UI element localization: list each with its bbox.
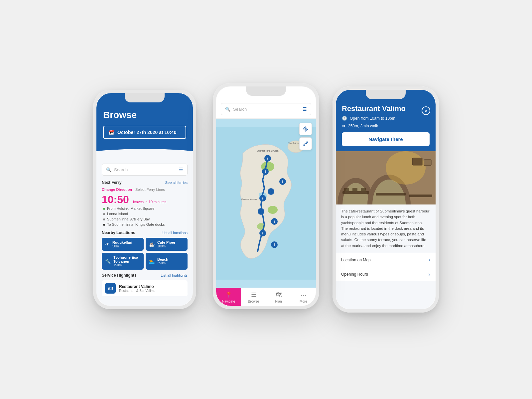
open-hours-row: 🕐 Open from 10am to 10pm bbox=[342, 116, 430, 121]
highlights-title: Service Highlights bbox=[102, 273, 137, 278]
ferry-time: 10:50 bbox=[102, 194, 129, 206]
nearby-name-3: Työhuone Esa Toivanen bbox=[113, 255, 140, 263]
stop-2: Lonna Island bbox=[102, 211, 188, 216]
date-box[interactable]: 📅 October 27th 2020 at 10:40 bbox=[103, 126, 186, 139]
phone-right-notch bbox=[366, 90, 406, 99]
search-bar[interactable]: 🔍 Search ☰ bbox=[102, 164, 188, 176]
highlights-section-header: Service Highlights List all highlights bbox=[102, 273, 188, 278]
chevron-right-icon-1: › bbox=[429, 257, 430, 263]
svg-point-2 bbox=[268, 206, 278, 214]
list-icon: ☰ bbox=[179, 167, 183, 172]
ferry-controls: Change Direction Select Ferry Lines bbox=[102, 188, 188, 192]
ferry-title: Next Ferry bbox=[102, 180, 121, 185]
nav-navigate-label: Navigate bbox=[222, 300, 235, 303]
svg-point-26 bbox=[305, 128, 307, 130]
chevron-right-icon-2: › bbox=[429, 271, 430, 277]
nearby-section-header: Nearby Locations List all locations bbox=[102, 230, 188, 235]
svg-text:i: i bbox=[270, 190, 271, 194]
stop-3: Suomenlinna, Artillery Bay bbox=[102, 216, 188, 222]
list-all-locations[interactable]: List all locations bbox=[162, 231, 188, 235]
svg-rect-41 bbox=[376, 193, 406, 196]
nearby-dist-2: 100m bbox=[157, 244, 175, 248]
change-direction-btn[interactable]: Change Direction bbox=[102, 188, 132, 192]
location-on-map-row[interactable]: Location on Map › bbox=[336, 253, 436, 267]
distance-text: 350m, 3min walk bbox=[348, 124, 378, 128]
open-hours-text: Open from 10am to 10pm bbox=[350, 116, 395, 121]
phone-left: Browse 📅 October 27th 2020 at 10:40 🔍 Se… bbox=[93, 90, 196, 309]
opening-hours-row[interactable]: Opening Hours › bbox=[336, 267, 436, 281]
svg-text:Customs Museum: Customs Museum bbox=[241, 198, 257, 200]
nav-browse[interactable]: ☰ Browse bbox=[241, 288, 266, 306]
svg-text:Suomenlinna Church: Suomenlinna Church bbox=[257, 150, 278, 152]
restaurant-content: The café-restaurant of Suomenlinna's gue… bbox=[336, 151, 436, 309]
stop-4: To Suomenlinna, King's Gate docks bbox=[102, 222, 188, 227]
restaurant-title: Restaurant Valimo bbox=[342, 104, 430, 113]
search-icon: 🔍 bbox=[106, 167, 111, 172]
nav-more[interactable]: ⋯ More bbox=[291, 288, 316, 306]
map-search-placeholder: Search bbox=[233, 107, 300, 112]
nearby-item-ruutikellari[interactable]: 👁 Ruutikellari50m bbox=[102, 238, 144, 251]
select-lines-btn[interactable]: Select Ferry Lines bbox=[135, 188, 165, 192]
nearby-item-beach[interactable]: 🏊 Beach250m bbox=[146, 253, 188, 270]
map-bottom-nav: 📍 Navigate ☰ Browse 🗺 Plan ⋯ More bbox=[216, 288, 316, 306]
nav-browse-label: Browse bbox=[248, 300, 259, 303]
svg-text:i: i bbox=[274, 243, 275, 247]
nearby-item-tyohuone[interactable]: 🔧 Työhuone Esa Toivanen150m bbox=[102, 253, 144, 270]
nav-plan[interactable]: 🗺 Plan bbox=[266, 288, 291, 306]
walk-icon: ➡ bbox=[342, 123, 345, 128]
svg-text:i: i bbox=[267, 156, 268, 160]
phone-center-screen: 🔍 Search ☰ bbox=[216, 86, 316, 306]
see-all-ferries[interactable]: See all ferries bbox=[165, 181, 188, 185]
map-body[interactable]: i i i i i i bbox=[216, 119, 316, 288]
svg-text:i: i bbox=[265, 170, 266, 174]
restaurant-image bbox=[336, 151, 436, 204]
map-search[interactable]: 🔍 Search ☰ bbox=[221, 103, 311, 115]
phone-center: 🔍 Search ☰ bbox=[213, 83, 319, 309]
list-all-highlights[interactable]: List all highlights bbox=[161, 273, 188, 277]
browse-wave bbox=[96, 149, 193, 159]
nearby-name-2: Cafe Piper bbox=[157, 240, 175, 244]
clock-icon: 🕐 bbox=[342, 116, 347, 121]
date-text: October 27th 2020 at 10:40 bbox=[117, 130, 176, 135]
stop-1: From Helsinki Market Square bbox=[102, 206, 188, 211]
route-btn[interactable] bbox=[299, 137, 312, 150]
nearby-dist-4: 250m bbox=[157, 261, 168, 265]
svg-point-39 bbox=[386, 151, 426, 185]
more-icon: ⋯ bbox=[301, 291, 307, 299]
scene: Browse 📅 October 27th 2020 at 10:40 🔍 Se… bbox=[66, 50, 466, 349]
navigate-icon: 📍 bbox=[225, 291, 232, 299]
svg-point-33 bbox=[307, 142, 308, 143]
svg-text:i: i bbox=[260, 209, 261, 213]
distance-row: ➡ 350m, 3min walk bbox=[342, 123, 430, 128]
highlight-item-valimo[interactable]: 🍽 Restaurant Valimo Restaurant & Bar Val… bbox=[102, 280, 188, 296]
svg-point-27 bbox=[304, 127, 308, 131]
leaves-text: leaves in 10 minutes bbox=[133, 200, 166, 204]
close-btn[interactable]: ✕ bbox=[422, 106, 430, 115]
nearby-item-cafepiper[interactable]: ☕ Cafe Piper100m bbox=[146, 238, 188, 251]
phone-right-screen: ✕ Restaurant Valimo 🕐 Open from 10am to … bbox=[336, 90, 436, 309]
nav-navigate[interactable]: 📍 Navigate bbox=[216, 288, 241, 306]
svg-rect-43 bbox=[344, 188, 349, 191]
location-map-label: Location on Map bbox=[341, 258, 371, 262]
nearby-dist-3: 150m bbox=[113, 263, 140, 267]
browse-content: 🔍 Search ☰ Next Ferry See all ferries Ch… bbox=[96, 159, 193, 306]
opening-hours-label: Opening Hours bbox=[341, 272, 368, 277]
nearby-grid: 👁 Ruutikellari50m ☕ Cafe Piper100m 🔧 Työ… bbox=[102, 238, 188, 270]
coffee-icon: ☕ bbox=[149, 242, 155, 247]
search-placeholder: Search bbox=[114, 167, 176, 172]
eye-icon: 👁 bbox=[105, 242, 110, 247]
restaurant-icon: 🍽 bbox=[105, 283, 116, 294]
navigate-there-btn[interactable]: Navigate there bbox=[342, 132, 430, 146]
ferry-section-header: Next Ferry See all ferries bbox=[102, 180, 188, 185]
plan-icon: 🗺 bbox=[276, 292, 282, 299]
svg-text:i: i bbox=[282, 180, 283, 184]
map-search-icon: 🔍 bbox=[225, 107, 230, 112]
beach-icon: 🏊 bbox=[149, 259, 155, 264]
nearby-dist-1: 50m bbox=[112, 244, 132, 248]
svg-text:i: i bbox=[262, 231, 263, 235]
svg-rect-46 bbox=[412, 158, 422, 165]
restaurant-description: The café-restaurant of Suomenlinna's gue… bbox=[336, 204, 436, 253]
phone-left-notch bbox=[125, 93, 165, 102]
nav-plan-label: Plan bbox=[275, 300, 282, 303]
locate-btn[interactable] bbox=[299, 123, 312, 135]
